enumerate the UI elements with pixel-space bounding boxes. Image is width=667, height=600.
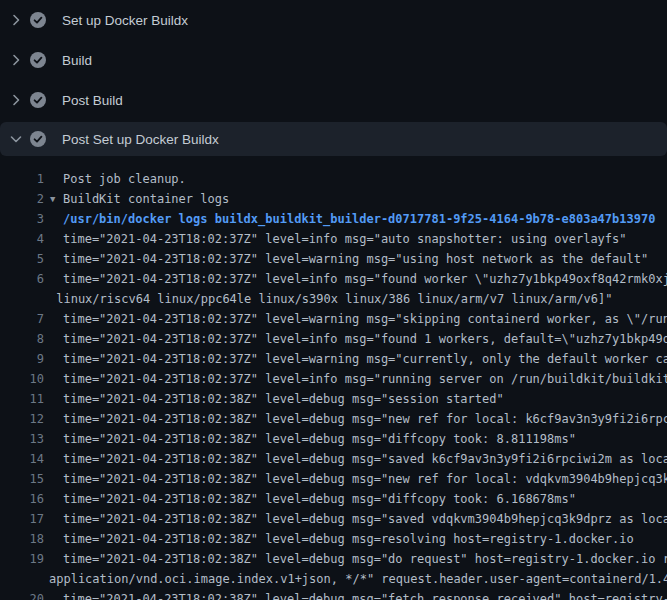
line-number[interactable]: 12	[0, 409, 44, 429]
step-row[interactable]: Post Build	[0, 80, 667, 120]
log-text: time="2021-04-23T18:02:38Z" level=debug …	[63, 409, 667, 429]
chevron-down-icon	[8, 131, 24, 147]
chevron-right-icon	[8, 92, 24, 108]
line-number[interactable]: 16	[0, 489, 44, 509]
log-text: time="2021-04-23T18:02:38Z" level=debug …	[63, 449, 667, 469]
line-number[interactable]: 18	[0, 529, 44, 549]
actions-log-panel: Set up Docker Buildx Build	[0, 0, 667, 600]
log-line: 15 time="2021-04-23T18:02:38Z" level=deb…	[0, 469, 667, 489]
log-text: time="2021-04-23T18:02:38Z" level=debug …	[63, 389, 504, 409]
log-line: 3 /usr/bin/docker logs buildx_buildkit_b…	[0, 209, 667, 229]
log-text: time="2021-04-23T18:02:37Z" level=info m…	[63, 269, 667, 289]
line-number[interactable]: 7	[0, 309, 44, 329]
log-line-continuation: linux/riscv64 linux/ppc64le linux/s390x …	[0, 289, 667, 309]
log-text: linux/riscv64 linux/ppc64le linux/s390x …	[49, 289, 613, 309]
log-line: 17 time="2021-04-23T18:02:38Z" level=deb…	[0, 509, 667, 529]
step-row[interactable]: Build	[0, 40, 667, 80]
log-line: 8 time="2021-04-23T18:02:37Z" level=info…	[0, 329, 667, 349]
line-number[interactable]: 15	[0, 469, 44, 489]
line-number[interactable]: 17	[0, 509, 44, 529]
log-text: time="2021-04-23T18:02:37Z" level=warnin…	[63, 349, 667, 369]
log-line: 18 time="2021-04-23T18:02:38Z" level=deb…	[0, 529, 667, 549]
log-text: BuildKit container logs	[63, 189, 229, 209]
step-label: Post Set up Docker Buildx	[62, 132, 219, 147]
step-list: Set up Docker Buildx Build	[0, 0, 667, 156]
log-line: 9 time="2021-04-23T18:02:37Z" level=warn…	[0, 349, 667, 369]
log-text: time="2021-04-23T18:02:38Z" level=debug …	[63, 589, 667, 600]
log-line-continuation: application/vnd.oci.image.index.v1+json,…	[0, 569, 667, 589]
log-line: 4 time="2021-04-23T18:02:37Z" level=info…	[0, 229, 667, 249]
check-circle-icon	[30, 52, 46, 68]
line-number[interactable]: 11	[0, 389, 44, 409]
step-row[interactable]: Post Set up Docker Buildx	[0, 122, 667, 156]
log-line: 6 time="2021-04-23T18:02:37Z" level=info…	[0, 269, 667, 289]
chevron-right-icon	[8, 52, 24, 68]
log-text: time="2021-04-23T18:02:37Z" level=info m…	[63, 229, 627, 249]
check-circle-icon	[30, 92, 46, 108]
line-number[interactable]: 8	[0, 329, 44, 349]
line-number[interactable]: 1	[0, 169, 44, 189]
log-line: 10 time="2021-04-23T18:02:37Z" level=inf…	[0, 369, 667, 389]
step-row[interactable]: Set up Docker Buildx	[0, 0, 667, 40]
log-line: 16 time="2021-04-23T18:02:38Z" level=deb…	[0, 489, 667, 509]
log-line: 19 time="2021-04-23T18:02:38Z" level=deb…	[0, 549, 667, 569]
line-number[interactable]: 13	[0, 429, 44, 449]
log-line: 5 time="2021-04-23T18:02:37Z" level=warn…	[0, 249, 667, 269]
line-number[interactable]: 5	[0, 249, 44, 269]
log-viewer: 1 Post job cleanup. 2 ▼ BuildKit contain…	[0, 156, 667, 600]
log-text: Post job cleanup.	[63, 169, 186, 189]
log-text: time="2021-04-23T18:02:37Z" level=info m…	[63, 369, 667, 389]
log-line: 12 time="2021-04-23T18:02:38Z" level=deb…	[0, 409, 667, 429]
step-label: Build	[62, 53, 92, 68]
step-label: Set up Docker Buildx	[62, 13, 188, 28]
log-text: time="2021-04-23T18:02:37Z" level=warnin…	[63, 249, 648, 269]
log-line: 7 time="2021-04-23T18:02:37Z" level=warn…	[0, 309, 667, 329]
line-number[interactable]: 3	[0, 209, 44, 229]
line-number[interactable]: 4	[0, 229, 44, 249]
check-circle-icon	[30, 131, 46, 147]
log-line: 20 time="2021-04-23T18:02:38Z" level=deb…	[0, 589, 667, 600]
log-text: time="2021-04-23T18:02:37Z" level=info m…	[63, 329, 667, 349]
log-text: application/vnd.oci.image.index.v1+json,…	[49, 569, 667, 589]
log-line: 2 ▼ BuildKit container logs	[0, 189, 667, 209]
log-line: 1 Post job cleanup.	[0, 169, 667, 189]
log-text: time="2021-04-23T18:02:38Z" level=debug …	[63, 489, 576, 509]
group-toggle-icon[interactable]: ▼	[50, 189, 55, 209]
line-number[interactable]: 19	[0, 549, 44, 569]
log-text: /usr/bin/docker logs buildx_buildkit_bui…	[63, 209, 655, 229]
log-text: time="2021-04-23T18:02:38Z" level=debug …	[63, 429, 576, 449]
line-number[interactable]: 6	[0, 269, 44, 289]
log-text: time="2021-04-23T18:02:38Z" level=debug …	[63, 549, 667, 569]
step-label: Post Build	[62, 93, 123, 108]
log-text: time="2021-04-23T18:02:38Z" level=debug …	[63, 509, 667, 529]
log-text: time="2021-04-23T18:02:38Z" level=debug …	[63, 469, 667, 489]
log-text: time="2021-04-23T18:02:38Z" level=debug …	[63, 529, 634, 549]
check-circle-icon	[30, 12, 46, 28]
line-number[interactable]: 10	[0, 369, 44, 389]
line-number[interactable]: 9	[0, 349, 44, 369]
line-number[interactable]: 14	[0, 449, 44, 469]
log-line: 11 time="2021-04-23T18:02:38Z" level=deb…	[0, 389, 667, 409]
log-line: 14 time="2021-04-23T18:02:38Z" level=deb…	[0, 449, 667, 469]
chevron-right-icon	[8, 12, 24, 28]
log-text: time="2021-04-23T18:02:37Z" level=warnin…	[63, 309, 667, 329]
line-number[interactable]: 2	[0, 189, 44, 209]
log-line: 13 time="2021-04-23T18:02:38Z" level=deb…	[0, 429, 667, 449]
line-number[interactable]: 20	[0, 589, 44, 600]
